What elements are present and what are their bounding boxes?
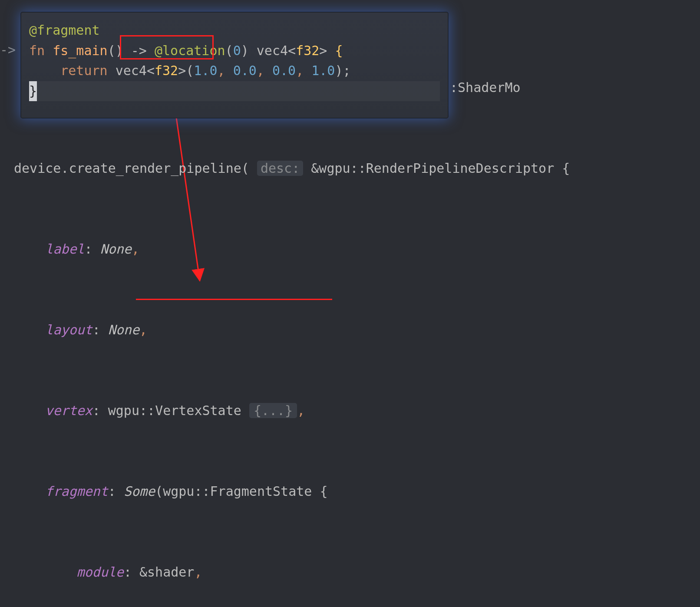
gt: >: [319, 43, 327, 58]
lt: <: [288, 43, 296, 58]
brace: {: [554, 161, 570, 176]
field: label: [45, 241, 84, 257]
cursor-cell: }: [29, 81, 37, 102]
code-line: @fragment: [29, 20, 440, 41]
hover-tooltip[interactable]: @fragment fn fs_main() -> @location(0) v…: [21, 12, 448, 118]
call: create_render_pipeline: [69, 161, 241, 176]
colcol: ::: [350, 161, 366, 176]
colcol: ::: [139, 403, 155, 418]
f32: f32: [296, 43, 319, 58]
val: None: [108, 322, 139, 337]
paren: (: [225, 43, 233, 58]
some: Some: [124, 484, 155, 499]
comma: ,: [296, 63, 311, 78]
paren: (: [186, 63, 194, 78]
ns: wgpu: [163, 484, 194, 499]
vec4: vec4: [257, 43, 288, 58]
ns: wgpu: [108, 403, 139, 418]
shader-attr: @fragment: [29, 23, 100, 38]
vec4: vec4: [116, 63, 147, 78]
tooltip-code: @fragment fn fs_main() -> @location(0) v…: [21, 13, 448, 118]
field: vertex: [45, 403, 92, 418]
field: fragment: [45, 484, 108, 499]
comma: ,: [218, 63, 233, 78]
inlay-hint: desc:: [257, 161, 303, 176]
code-block[interactable]: device.create_render_pipeline( desc: &wg…: [14, 118, 570, 607]
code-line: return vec4<f32>(1.0, 0.0, 0.0, 1.0);: [29, 61, 440, 81]
field: module: [77, 564, 124, 580]
f32: f32: [155, 63, 178, 78]
annotation-red-box: [120, 35, 214, 59]
code-line: fn fs_main() -> @location(0) vec4<f32> {: [29, 41, 440, 61]
gt: >: [178, 63, 186, 78]
fn-name: fs_main: [53, 43, 107, 58]
field: layout: [45, 322, 92, 337]
num: 0: [233, 43, 241, 58]
brace: {: [335, 43, 343, 58]
kw-fn: fn: [29, 43, 45, 58]
comma: ,: [257, 63, 272, 78]
code-line-cursor: }: [29, 81, 440, 102]
paren: (: [241, 161, 257, 176]
code-line: fragment: Some(wgpu::FragmentState {: [14, 482, 570, 502]
code-line: module: &shader,: [14, 562, 570, 583]
kw-return: return: [60, 63, 107, 78]
ns: wgpu: [319, 161, 350, 176]
val: None: [100, 241, 132, 257]
type: RenderPipelineDescriptor: [366, 161, 554, 176]
paren: );: [335, 63, 350, 78]
num: 1.0: [311, 63, 335, 78]
code-text-shadermo: :ShaderMo: [450, 78, 521, 98]
editor-viewport: device: &wgpu::Device -> @fragment fn fs…: [0, 0, 700, 607]
val: &shader: [139, 564, 194, 580]
paren: ): [241, 43, 249, 58]
code-line: vertex: wgpu::VertexState {...},: [14, 401, 570, 421]
type: VertexState: [155, 403, 241, 418]
num: 1.0: [194, 63, 217, 78]
amp: &: [311, 161, 319, 176]
type: FragmentState: [210, 484, 312, 499]
text: device.: [14, 161, 69, 176]
code-line: label: None,: [14, 239, 570, 260]
lt: <: [147, 63, 155, 78]
brace: {: [320, 484, 327, 499]
code-line: device.create_render_pipeline( desc: &wg…: [14, 158, 570, 179]
num: 0.0: [233, 63, 257, 78]
fold-marker[interactable]: {...}: [249, 403, 297, 418]
gutter-arrow: ->: [0, 40, 16, 60]
num: 0.0: [272, 63, 296, 78]
code-line: layout: None,: [14, 320, 570, 340]
